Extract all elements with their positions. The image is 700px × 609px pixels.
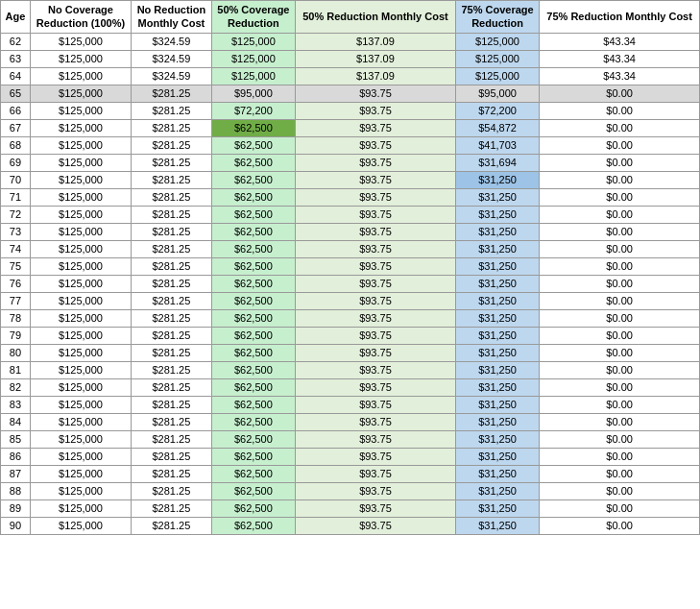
table-cell: $281.25 [132,517,212,534]
table-cell-50-coverage: $62,500 [211,499,295,517]
table-cell: $0.00 [540,517,700,534]
table-cell-50-cost: $93.75 [296,309,456,327]
table-cell-50-coverage: $125,000 [211,67,295,85]
table-cell-50-cost: $137.09 [296,67,456,85]
table-cell: $125,000 [30,85,131,102]
table-row: 79$125,000$281.25$62,500$93.75$31,250$0.… [1,327,700,344]
table-cell-75-coverage: $31,250 [455,257,539,275]
table-cell-50-cost: $93.75 [296,292,456,309]
table-cell: $125,000 [30,188,131,206]
table-cell-50-cost: $93.75 [296,361,456,378]
table-cell-50-coverage: $125,000 [211,33,295,50]
table-cell: $125,000 [30,275,131,292]
table-cell: 67 [1,119,31,136]
table-cell-50-coverage: $72,200 [211,102,295,119]
table-cell-50-coverage: $62,500 [211,136,295,154]
table-cell-50-cost: $93.75 [296,223,456,240]
table-cell: $125,000 [30,465,131,482]
table-row: 86$125,000$281.25$62,500$93.75$31,250$0.… [1,448,700,465]
table-cell: $43.34 [540,50,700,67]
table-cell: $125,000 [30,240,131,257]
table-cell: 80 [1,344,31,361]
table-cell-50-coverage: $62,500 [211,430,295,448]
table-row: 85$125,000$281.25$62,500$93.75$31,250$0.… [1,430,700,448]
table-cell: $281.25 [132,448,212,465]
table-cell-75-coverage: $31,250 [455,292,539,309]
table-cell-75-coverage: $31,250 [455,482,539,499]
table-cell-75-coverage: $31,250 [455,499,539,517]
table-cell-50-cost: $93.75 [296,136,456,154]
table-body: 62$125,000$324.59$125,000$137.09$125,000… [1,33,700,534]
table-cell-75-coverage: $72,200 [455,102,539,119]
header-row: Age No CoverageReduction (100%) No Reduc… [1,1,700,34]
table-row: 88$125,000$281.25$62,500$93.75$31,250$0.… [1,482,700,499]
table-cell: $125,000 [30,499,131,517]
table-row: 83$125,000$281.25$62,500$93.75$31,250$0.… [1,396,700,413]
table-cell: 64 [1,67,31,85]
table-row: 63$125,000$324.59$125,000$137.09$125,000… [1,50,700,67]
table-cell-75-coverage: $31,250 [455,430,539,448]
table-cell-50-coverage: $62,500 [211,257,295,275]
table-cell: 76 [1,275,31,292]
table-cell: $43.34 [540,33,700,50]
table-cell-50-cost: $93.75 [296,482,456,499]
table-cell-50-coverage: $62,500 [211,413,295,430]
table-cell: $0.00 [540,223,700,240]
col-no-cost-header: No ReductionMonthly Cost [132,1,212,34]
table-row: 75$125,000$281.25$62,500$93.75$31,250$0.… [1,257,700,275]
table-cell: $281.25 [132,257,212,275]
table-cell: $0.00 [540,309,700,327]
table-row: 87$125,000$281.25$62,500$93.75$31,250$0.… [1,465,700,482]
table-row: 62$125,000$324.59$125,000$137.09$125,000… [1,33,700,50]
table-cell: $125,000 [30,33,131,50]
table-cell-75-coverage: $125,000 [455,50,539,67]
table-cell: $281.25 [132,413,212,430]
table-cell: $281.25 [132,275,212,292]
table-cell: 86 [1,448,31,465]
table-cell-75-coverage: $125,000 [455,33,539,50]
table-cell: $0.00 [540,396,700,413]
table-cell: $281.25 [132,482,212,499]
table-cell: $0.00 [540,257,700,275]
table-row: 82$125,000$281.25$62,500$93.75$31,250$0.… [1,378,700,396]
table-row: 76$125,000$281.25$62,500$93.75$31,250$0.… [1,275,700,292]
table-cell: $0.00 [540,206,700,223]
table-cell-50-coverage: $62,500 [211,275,295,292]
table-cell: $125,000 [30,50,131,67]
table-row: 81$125,000$281.25$62,500$93.75$31,250$0.… [1,361,700,378]
table-cell: 85 [1,430,31,448]
table-cell: $0.00 [540,292,700,309]
table-cell: $0.00 [540,85,700,102]
table-cell-75-coverage: $95,000 [455,85,539,102]
table-cell-50-cost: $93.75 [296,327,456,344]
table-cell: $43.34 [540,67,700,85]
table-row: 67$125,000$281.25$62,500$93.75$54,872$0.… [1,119,700,136]
table-row: 80$125,000$281.25$62,500$93.75$31,250$0.… [1,344,700,361]
table-cell: $125,000 [30,309,131,327]
table-cell: $281.25 [132,85,212,102]
table-cell: 68 [1,136,31,154]
col-50-cost-header: 50% Reduction Monthly Cost [296,1,456,34]
table-row: 65$125,000$281.25$95,000$93.75$95,000$0.… [1,85,700,102]
table-cell-50-coverage: $62,500 [211,206,295,223]
table-cell: $281.25 [132,327,212,344]
table-cell-50-coverage: $62,500 [211,361,295,378]
col-age-header: Age [1,1,31,34]
table-cell-50-cost: $93.75 [296,499,456,517]
table-cell: $0.00 [540,499,700,517]
table-cell-50-coverage: $62,500 [211,240,295,257]
table-cell-75-coverage: $31,250 [455,361,539,378]
table-row: 89$125,000$281.25$62,500$93.75$31,250$0.… [1,499,700,517]
table-cell: $0.00 [540,119,700,136]
table-cell: $125,000 [30,206,131,223]
table-cell: 88 [1,482,31,499]
table-cell: $0.00 [540,361,700,378]
table-cell-75-coverage: $31,250 [455,396,539,413]
table-cell-75-coverage: $41,703 [455,136,539,154]
table-cell-50-cost: $93.75 [296,448,456,465]
table-cell: $281.25 [132,188,212,206]
table-cell-50-coverage: $62,500 [211,344,295,361]
table-cell-50-cost: $93.75 [296,257,456,275]
table-cell: $125,000 [30,517,131,534]
table-cell: $125,000 [30,378,131,396]
